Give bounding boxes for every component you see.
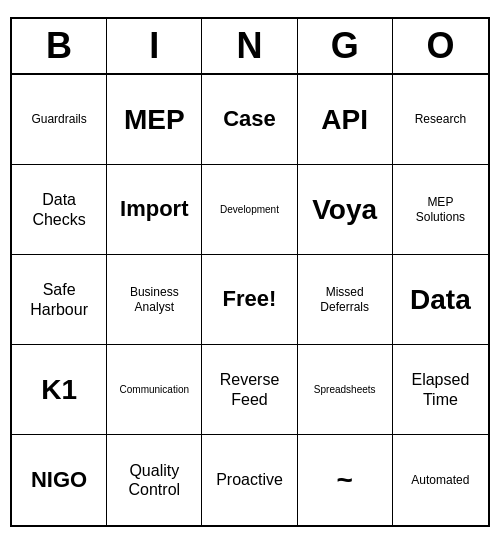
- bingo-cell: Voya: [298, 165, 393, 255]
- bingo-cell: Data Checks: [12, 165, 107, 255]
- bingo-grid: GuardrailsMEPCaseAPIResearchData ChecksI…: [12, 75, 488, 525]
- cell-text: Development: [220, 204, 279, 216]
- cell-text: Spreadsheets: [314, 384, 376, 396]
- bingo-cell: Development: [202, 165, 297, 255]
- cell-text: Safe Harbour: [30, 280, 88, 318]
- bingo-cell: MEP: [107, 75, 202, 165]
- cell-text: Guardrails: [31, 112, 86, 126]
- cell-text: Reverse Feed: [220, 370, 280, 408]
- header-letter: O: [393, 19, 488, 73]
- bingo-cell: Proactive: [202, 435, 297, 525]
- cell-text: Voya: [312, 193, 377, 227]
- header-letter: B: [12, 19, 107, 73]
- header-letter: I: [107, 19, 202, 73]
- bingo-cell: Free!: [202, 255, 297, 345]
- bingo-card: BINGO GuardrailsMEPCaseAPIResearchData C…: [10, 17, 490, 527]
- cell-text: Data Checks: [32, 190, 85, 228]
- cell-text: Free!: [223, 286, 277, 312]
- bingo-cell: Missed Deferrals: [298, 255, 393, 345]
- bingo-cell: Quality Control: [107, 435, 202, 525]
- cell-text: Quality Control: [129, 461, 181, 499]
- cell-text: Missed Deferrals: [320, 285, 369, 314]
- cell-text: Research: [415, 112, 466, 126]
- cell-text: Case: [223, 106, 276, 132]
- bingo-cell: Research: [393, 75, 488, 165]
- bingo-cell: K1: [12, 345, 107, 435]
- cell-text: NIGO: [31, 467, 87, 493]
- bingo-cell: Reverse Feed: [202, 345, 297, 435]
- bingo-cell: Safe Harbour: [12, 255, 107, 345]
- cell-text: API: [321, 103, 368, 137]
- bingo-cell: ~: [298, 435, 393, 525]
- bingo-header: BINGO: [12, 19, 488, 75]
- bingo-cell: Spreadsheets: [298, 345, 393, 435]
- header-letter: G: [298, 19, 393, 73]
- cell-text: MEP Solutions: [416, 195, 465, 224]
- bingo-cell: MEP Solutions: [393, 165, 488, 255]
- bingo-cell: Import: [107, 165, 202, 255]
- cell-text: Business Analyst: [130, 285, 179, 314]
- bingo-cell: Business Analyst: [107, 255, 202, 345]
- cell-text: MEP: [124, 103, 185, 137]
- cell-text: Data: [410, 283, 471, 317]
- bingo-cell: API: [298, 75, 393, 165]
- bingo-cell: NIGO: [12, 435, 107, 525]
- cell-text: K1: [41, 373, 77, 407]
- bingo-cell: Elapsed Time: [393, 345, 488, 435]
- bingo-cell: Communication: [107, 345, 202, 435]
- cell-text: Proactive: [216, 470, 283, 489]
- bingo-cell: Data: [393, 255, 488, 345]
- bingo-cell: Guardrails: [12, 75, 107, 165]
- cell-text: ~: [337, 463, 353, 497]
- cell-text: Import: [120, 196, 188, 222]
- bingo-cell: Case: [202, 75, 297, 165]
- bingo-cell: Automated: [393, 435, 488, 525]
- header-letter: N: [202, 19, 297, 73]
- cell-text: Automated: [411, 473, 469, 487]
- cell-text: Communication: [120, 384, 189, 396]
- cell-text: Elapsed Time: [411, 370, 469, 408]
